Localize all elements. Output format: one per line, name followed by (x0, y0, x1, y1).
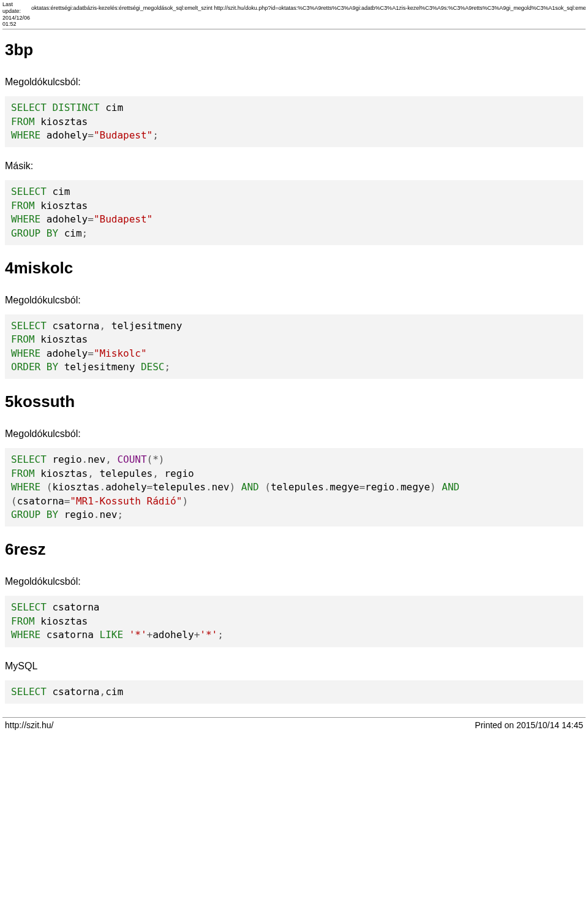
label-megoldo-5kossuth: Megoldókulcsból: (5, 428, 583, 439)
heading-4miskolc: 4miskolc (5, 259, 583, 278)
footer-printed: Printed on 2015/10/14 14:45 (475, 720, 583, 730)
code-block-5kossuth: SELECT regio.nev, COUNT(*) FROM kiosztas… (5, 448, 583, 527)
label-mysql: MySQL (5, 661, 583, 672)
footer-url: http://szit.hu/ (5, 720, 53, 730)
heading-6resz: 6resz (5, 540, 583, 559)
label-masik: Másik: (5, 161, 583, 172)
label-megoldo-4miskolc: Megoldókulcsból: (5, 295, 583, 306)
content-area: 3bp Megoldókulcsból: SELECT DISTINCT cim… (0, 40, 588, 704)
code-block-3bp-1: SELECT DISTINCT cim FROM kiosztas WHERE … (5, 96, 583, 147)
code-block-6resz-2: SELECT csatorna,cim (5, 680, 583, 704)
page-footer: http://szit.hu/ Printed on 2015/10/14 14… (2, 717, 586, 735)
label-megoldo-6resz: Megoldókulcsból: (5, 576, 583, 587)
page-meta: Last update: 2014/12/06 01:52 oktatas:ér… (0, 0, 588, 29)
meta-divider (2, 29, 586, 29)
heading-3bp: 3bp (5, 40, 583, 59)
label-megoldo-3bp: Megoldókulcsból: (5, 77, 583, 88)
meta-update: Last update: 2014/12/06 01:52 (2, 1, 30, 28)
code-block-3bp-2: SELECT cim FROM kiosztas WHERE adohely="… (5, 180, 583, 245)
code-block-6resz-1: SELECT csatorna FROM kiosztas WHERE csat… (5, 596, 583, 647)
meta-url: oktatas:érettségi:adatbázis-kezelés:éret… (30, 1, 586, 12)
heading-5kossuth: 5kossuth (5, 392, 583, 411)
code-block-4miskolc: SELECT csatorna, teljesitmeny FROM kiosz… (5, 314, 583, 379)
